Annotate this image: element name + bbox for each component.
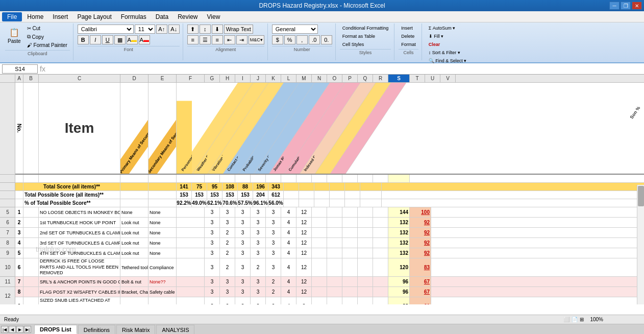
col-n[interactable]: N bbox=[312, 75, 327, 82]
page-layout-menu[interactable]: Page Layout bbox=[73, 12, 115, 21]
col-a[interactable]: A bbox=[15, 75, 23, 82]
format-cell-button[interactable]: Format bbox=[399, 41, 418, 48]
col-g[interactable]: G bbox=[205, 75, 220, 82]
name-box[interactable] bbox=[2, 64, 38, 74]
window-controls[interactable]: ─ ❐ ✕ bbox=[609, 2, 642, 10]
conditional-formatting-button[interactable]: Conditional Formatting bbox=[340, 25, 391, 32]
align-bottom-button[interactable]: ⬇ bbox=[212, 25, 223, 34]
wrap-text-button[interactable]: Wrap Text bbox=[224, 25, 253, 34]
normal-view-icon[interactable]: ⬜ bbox=[563, 317, 569, 322]
tab-prev-btn[interactable]: ◀ bbox=[9, 326, 16, 333]
percent-button[interactable]: % bbox=[284, 35, 295, 44]
home-menu[interactable]: Home bbox=[23, 12, 47, 21]
italic-button[interactable]: I bbox=[90, 35, 101, 44]
formulas-menu[interactable]: Formulas bbox=[117, 12, 151, 21]
sort-filter-button[interactable]: ↕ Sort & Filter ▾ bbox=[426, 49, 463, 56]
find-select-button[interactable]: 🔍 Find & Select ▾ bbox=[426, 57, 469, 64]
number-row1: General bbox=[272, 25, 318, 34]
col-b[interactable]: B bbox=[23, 75, 39, 82]
diag-scores-area: Personnel Frequently Beneath? (H-3, M-2,… bbox=[177, 83, 644, 174]
file-menu[interactable]: File bbox=[2, 12, 22, 21]
shrink-font-button[interactable]: A↓ bbox=[168, 25, 180, 34]
col-l[interactable]: L bbox=[281, 75, 296, 82]
col-t[interactable]: T bbox=[410, 75, 425, 82]
comma-button[interactable]: , bbox=[296, 35, 308, 44]
col-h[interactable]: H bbox=[220, 75, 235, 82]
formula-input[interactable] bbox=[47, 64, 642, 74]
align-top-button[interactable]: ⬆ bbox=[187, 25, 199, 34]
tab-last-btn[interactable]: ▶| bbox=[24, 326, 31, 333]
col-c[interactable]: C bbox=[39, 75, 120, 82]
col-u[interactable]: U bbox=[425, 75, 440, 82]
insert-menu[interactable]: Insert bbox=[48, 12, 72, 21]
vertical-scrollbar[interactable] bbox=[637, 185, 644, 304]
align-right-button[interactable]: ≡ bbox=[212, 35, 223, 44]
page-break-icon[interactable]: ⊞ bbox=[580, 317, 584, 322]
data-menu[interactable]: Data bbox=[152, 12, 172, 21]
review-menu[interactable]: Review bbox=[174, 12, 202, 21]
tab-next-btn[interactable]: ▶ bbox=[16, 326, 23, 333]
tab-drops-list[interactable]: DROPS List bbox=[34, 325, 77, 334]
restore-btn[interactable]: ❐ bbox=[621, 2, 631, 10]
insert-cell-button[interactable]: Insert bbox=[399, 25, 415, 32]
close-btn[interactable]: ✕ bbox=[632, 2, 642, 10]
col-d[interactable]: D bbox=[120, 75, 148, 82]
fill-color-button[interactable]: A▬ bbox=[127, 35, 138, 44]
tab-analysis[interactable]: ANALYSIS bbox=[156, 325, 194, 334]
format-painter-button[interactable]: 🖌 Format Painter bbox=[24, 41, 70, 49]
number-format-select[interactable]: General bbox=[272, 25, 318, 34]
diagonal-headers-area: No. Item Primary Means of Securement** S… bbox=[15, 83, 644, 175]
col-v[interactable]: V bbox=[440, 75, 456, 82]
indent-increase-button[interactable]: ⇥ bbox=[236, 35, 247, 44]
merge-center-button[interactable]: M&C▾ bbox=[249, 35, 264, 44]
col-j[interactable]: J bbox=[251, 75, 266, 82]
align-middle-button[interactable]: ↕ bbox=[200, 25, 211, 34]
col-f[interactable]: F bbox=[177, 75, 205, 82]
diag-d: Primary Means of Securement** bbox=[120, 83, 148, 174]
scrollbar-thumb[interactable] bbox=[638, 186, 644, 206]
decimal-decrease-button[interactable]: 0. bbox=[321, 35, 332, 44]
col-k[interactable]: K bbox=[266, 75, 281, 82]
col-s[interactable]: S bbox=[388, 75, 410, 82]
col-m[interactable]: M bbox=[296, 75, 312, 82]
border-button[interactable]: ▦ bbox=[114, 35, 126, 44]
col-p[interactable]: P bbox=[342, 75, 358, 82]
no-header-cell: No. bbox=[15, 83, 23, 174]
item-header-label: Item bbox=[65, 120, 94, 136]
delete-cell-button[interactable]: Delete bbox=[399, 33, 417, 40]
tab-first-btn[interactable]: |◀ bbox=[1, 326, 8, 333]
grow-font-button[interactable]: A↑ bbox=[156, 25, 167, 34]
page-layout-icon[interactable]: 📄 bbox=[572, 317, 578, 322]
fill-button[interactable]: ⬇ Fill ▾ bbox=[426, 33, 447, 40]
col-r[interactable]: R bbox=[373, 75, 388, 82]
col-q[interactable]: Q bbox=[358, 75, 373, 82]
font-name-select[interactable]: Calibri bbox=[78, 25, 134, 34]
align-left-button[interactable]: ≡ bbox=[187, 35, 199, 44]
data-row-1: 1 NO LOOSE OBJECTS IN MONKEY BOARD AREA … bbox=[15, 207, 644, 218]
copy-button[interactable]: ⧉ Copy bbox=[24, 33, 70, 41]
col-i[interactable]: I bbox=[235, 75, 251, 82]
font-size-select[interactable]: 11 bbox=[135, 25, 155, 34]
format-as-table-button[interactable]: Format as Table bbox=[340, 33, 378, 40]
clear-button[interactable]: Clear bbox=[426, 41, 443, 48]
underline-button[interactable]: U bbox=[102, 35, 113, 44]
indent-decrease-button[interactable]: ⇤ bbox=[224, 35, 235, 44]
cell-styles-button[interactable]: Cell Styles bbox=[340, 41, 367, 48]
view-menu[interactable]: View bbox=[203, 12, 225, 21]
row-header-5: 5 bbox=[0, 207, 15, 218]
tab-risk-matrix[interactable]: Risk Matrix bbox=[116, 325, 155, 334]
cut-button[interactable]: ✂ Cut bbox=[24, 25, 70, 32]
minimize-btn[interactable]: ─ bbox=[609, 2, 620, 10]
currency-button[interactable]: $ bbox=[272, 35, 283, 44]
data-row-9: 9 KELLY HOSE HAS PROPERLY SIZED SNUB LIE… bbox=[15, 297, 644, 304]
formula-bar: fx bbox=[0, 63, 644, 75]
decimal-increase-button[interactable]: .0 bbox=[309, 35, 320, 44]
tab-definitions[interactable]: Definitions bbox=[78, 325, 115, 334]
autosum-button[interactable]: Σ AutoSum ▾ bbox=[426, 25, 458, 32]
font-color-button[interactable]: A▬ bbox=[139, 35, 150, 44]
align-center-button[interactable]: ☰ bbox=[200, 35, 211, 44]
col-o[interactable]: O bbox=[327, 75, 342, 82]
paste-button[interactable]: 📋 Paste bbox=[5, 25, 23, 45]
col-e[interactable]: E bbox=[148, 75, 177, 82]
bold-button[interactable]: B bbox=[78, 35, 89, 44]
